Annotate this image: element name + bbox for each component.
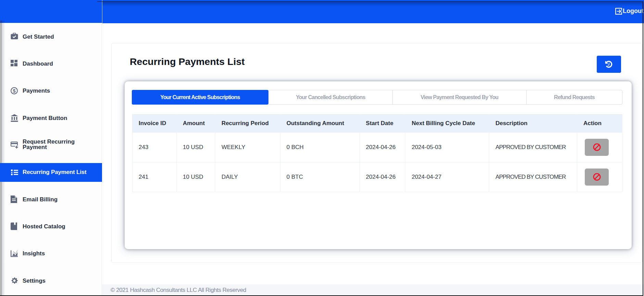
svg-text:$: $ — [13, 88, 15, 93]
